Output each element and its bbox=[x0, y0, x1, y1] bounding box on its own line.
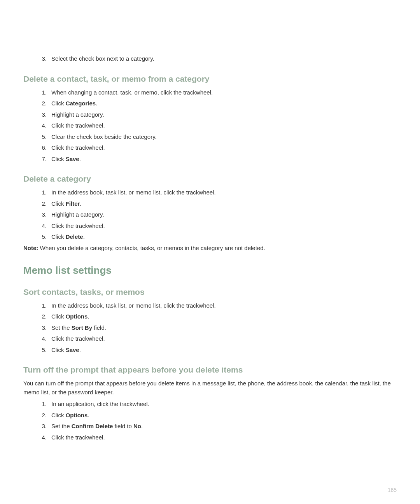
list-item: 4.Click the trackwheel. bbox=[23, 433, 397, 442]
step-text: Click the trackwheel. bbox=[51, 121, 397, 130]
list-item: 3. Select the check box next to a catego… bbox=[23, 54, 397, 63]
list-item: 3.Highlight a category. bbox=[23, 110, 397, 119]
list-item: 1.When changing a contact, task, or memo… bbox=[23, 88, 397, 97]
list-item: 4.Click the trackwheel. bbox=[23, 121, 397, 130]
steps-list: 1.In the address book, task list, or mem… bbox=[23, 301, 397, 355]
step-number: 2. bbox=[37, 312, 51, 321]
step-number: 1. bbox=[37, 188, 51, 197]
step-number: 7. bbox=[37, 155, 51, 164]
bold-term: Save bbox=[66, 156, 79, 162]
step-text: Click Options. bbox=[51, 411, 397, 420]
list-item: 7.Click Save. bbox=[23, 155, 397, 164]
subheading-delete-contact: Delete a contact, task, or memo from a c… bbox=[23, 74, 397, 84]
step-number: 3. bbox=[37, 110, 51, 119]
document-page: 3. Select the check box next to a catego… bbox=[0, 0, 420, 504]
step-number: 3. bbox=[37, 422, 51, 431]
step-number: 2. bbox=[37, 99, 51, 108]
list-item: 4.Click the trackwheel. bbox=[23, 222, 397, 231]
bold-term: Filter bbox=[66, 200, 80, 207]
steps-list: 1.When changing a contact, task, or memo… bbox=[23, 88, 397, 164]
step-number: 2. bbox=[37, 200, 51, 208]
list-item: 2.Click Filter. bbox=[23, 200, 397, 208]
list-item: 6.Click the trackwheel. bbox=[23, 144, 397, 152]
intro-paragraph: You can turn off the prompt that appears… bbox=[23, 379, 397, 397]
step-text: Click Filter. bbox=[51, 200, 397, 208]
step-text: In the address book, task list, or memo … bbox=[51, 301, 397, 310]
step-number: 5. bbox=[37, 233, 51, 242]
list-item: 3.Set the Confirm Delete field to No. bbox=[23, 422, 397, 431]
step-text: Set the Confirm Delete field to No. bbox=[51, 422, 397, 431]
bold-term: Sort By bbox=[72, 324, 92, 331]
bold-term: Confirm Delete bbox=[72, 423, 113, 429]
note-label: Note: bbox=[23, 245, 38, 251]
step-number: 6. bbox=[37, 144, 51, 152]
list-item: 1.In the address book, task list, or mem… bbox=[23, 188, 397, 197]
step-number: 5. bbox=[37, 133, 51, 142]
bold-term: Delete bbox=[66, 233, 83, 240]
step-number: 2. bbox=[37, 411, 51, 420]
bold-term: Save bbox=[66, 346, 79, 353]
step-number: 3. bbox=[37, 54, 51, 63]
step-text: Click Categories. bbox=[51, 99, 397, 108]
subheading-turn-off-prompt: Turn off the prompt that appears before … bbox=[23, 365, 397, 374]
list-item: 4.Click the trackwheel. bbox=[23, 334, 397, 343]
note-body: When you delete a category, contacts, ta… bbox=[38, 245, 265, 251]
step-text: Click the trackwheel. bbox=[51, 433, 397, 442]
step-number: 4. bbox=[37, 334, 51, 343]
list-item: 5.Click Save. bbox=[23, 346, 397, 355]
list-item: 1.In an application, click the trackwhee… bbox=[23, 400, 397, 409]
subheading-sort-contacts: Sort contacts, tasks, or memos bbox=[23, 287, 397, 297]
step-text: Select the check box next to a category. bbox=[51, 54, 397, 63]
steps-list: 1.In an application, click the trackwhee… bbox=[23, 400, 397, 442]
step-text: In an application, click the trackwheel. bbox=[51, 400, 397, 409]
bold-term: Options bbox=[66, 313, 88, 320]
step-text: In the address book, task list, or memo … bbox=[51, 188, 397, 197]
list-item: 5.Click Delete. bbox=[23, 233, 397, 242]
bold-term: Options bbox=[66, 412, 88, 418]
note-text: Note: When you delete a category, contac… bbox=[23, 245, 397, 251]
step-text: Click the trackwheel. bbox=[51, 144, 397, 152]
step-text: Highlight a category. bbox=[51, 110, 397, 119]
list-item: 2.Click Categories. bbox=[23, 99, 397, 108]
step-number: 1. bbox=[37, 400, 51, 409]
list-item: 2.Click Options. bbox=[23, 411, 397, 420]
list-item: 3.Set the Sort By field. bbox=[23, 324, 397, 332]
step-text: Click Delete. bbox=[51, 233, 397, 242]
list-item: 1.In the address book, task list, or mem… bbox=[23, 301, 397, 310]
step-number: 5. bbox=[37, 346, 51, 355]
step-number: 4. bbox=[37, 222, 51, 231]
subheading-delete-category: Delete a category bbox=[23, 174, 397, 184]
step-text: Click Save. bbox=[51, 346, 397, 355]
bold-term: Categories bbox=[66, 100, 96, 107]
step-text: Clear the check box beside the category. bbox=[51, 133, 397, 142]
step-number: 3. bbox=[37, 324, 51, 332]
step-text: When changing a contact, task, or memo, … bbox=[51, 88, 397, 97]
step-text: Click Save. bbox=[51, 155, 397, 164]
list-item: 3.Highlight a category. bbox=[23, 210, 397, 219]
step-text: Click the trackwheel. bbox=[51, 222, 397, 231]
list-item: 5.Clear the check box beside the categor… bbox=[23, 133, 397, 142]
step-text: Click the trackwheel. bbox=[51, 334, 397, 343]
step-number: 4. bbox=[37, 121, 51, 130]
heading-memo-list-settings: Memo list settings bbox=[23, 264, 397, 276]
step-number: 1. bbox=[37, 301, 51, 310]
steps-list: 1.In the address book, task list, or mem… bbox=[23, 188, 397, 242]
step-text: Set the Sort By field. bbox=[51, 324, 397, 332]
step-number: 4. bbox=[37, 433, 51, 442]
bold-term: No bbox=[133, 423, 141, 429]
step-number: 1. bbox=[37, 88, 51, 97]
list-item: 2.Click Options. bbox=[23, 312, 397, 321]
page-number: 165 bbox=[388, 487, 397, 493]
step-number: 3. bbox=[37, 210, 51, 219]
step-text: Highlight a category. bbox=[51, 210, 397, 219]
step-text: Click Options. bbox=[51, 312, 397, 321]
